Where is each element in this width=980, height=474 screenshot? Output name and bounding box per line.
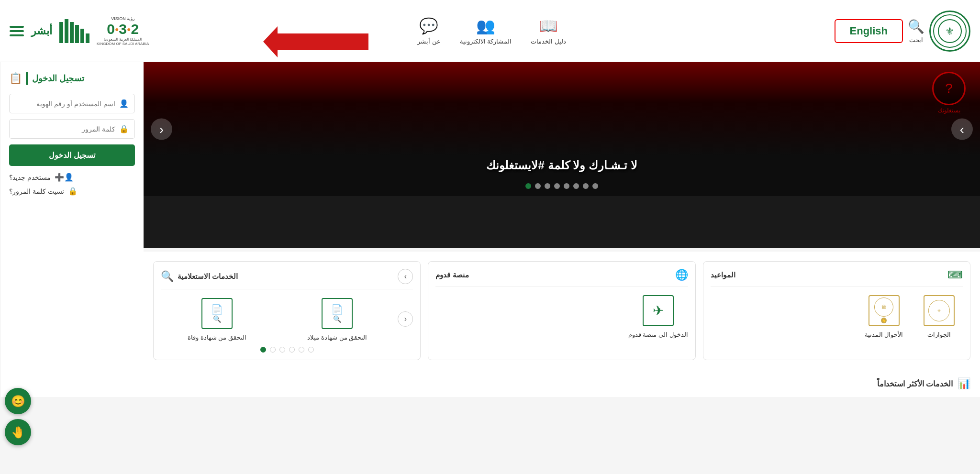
search-button[interactable]: 🔍 ابحث [908, 19, 924, 44]
most-used-label: الخدمات الأكثر استخداماً [877, 379, 953, 388]
login-button[interactable]: تسجيل الدخول [9, 144, 135, 166]
login-title: تسجيل الدخول 📋 [9, 72, 135, 85]
vision-2030-logo: رؤية VISION 2●3● 0 المملكة العربية السعو… [97, 16, 149, 46]
death-cert-logo: 📄 🔍 [200, 297, 234, 330]
inquiry-next-arrow[interactable]: › [398, 269, 413, 284]
hamburger-line-1 [10, 26, 24, 28]
inquiry-dot-5[interactable] [270, 347, 276, 353]
appointments-items: ⚜ الجوازات 🏛 👆 [711, 294, 963, 338]
arrival-platform-card: 🌐 منصة قدوم ✈ الدخول الى منصة قدوم [428, 261, 695, 360]
absher-bars-logo [59, 19, 89, 43]
inquiry-prev-arrow[interactable]: ‹ [398, 311, 413, 327]
slider-main-text: لا تـشـارك ولا كلمة #لايستغلونك [144, 159, 980, 172]
book-icon: 📖 [539, 17, 558, 35]
user-icon: 👤 [119, 99, 129, 108]
bar-2 [80, 29, 84, 43]
vision-text-top: رؤية VISION [111, 16, 134, 21]
main-slider: ? يستغلونك لا تـشـارك ولا كلمة #لايستغلو… [144, 62, 980, 248]
inquiry-header-right: الخدمات الاستعلامية 🔍 [161, 270, 238, 283]
death-cert-label: التحقق من شهادة وفاة [188, 334, 246, 341]
emblem-inner: ⚜ [933, 14, 967, 48]
forgot-password-link[interactable]: 🔒 نسيت كلمة المرور؟ [9, 187, 135, 196]
users-icon: 👥 [476, 17, 495, 35]
slider-overlay [144, 62, 980, 196]
arrival-entry-logo: ✈ [641, 294, 675, 327]
appointments-title: المواعيد [711, 271, 735, 279]
slider-dot-1[interactable] [592, 183, 598, 189]
jawazat-label: الجوازات [927, 331, 951, 338]
services-grid: ⌨ المواعيد ⚜ الجوازات [153, 261, 970, 360]
appointments-card: ⌨ المواعيد ⚜ الجوازات [703, 261, 970, 360]
civil-label: الأحوال المدنية [865, 331, 903, 338]
forgot-password-label: نسيت كلمة المرور؟ [9, 187, 64, 195]
bar-chart-icon: 📊 [958, 377, 970, 390]
absher-label: عن أبشر [417, 38, 441, 45]
slider-dot-5[interactable] [554, 183, 560, 189]
left-panel: ? يستغلونك لا تـشـارك ولا كلمة #لايستغلو… [144, 62, 980, 397]
chat-float-button[interactable]: 😊 [5, 388, 31, 397]
civil-item[interactable]: 🏛 👆 الأحوال المدنية [860, 294, 908, 338]
svg-marker-2 [263, 26, 368, 57]
green-accent-bar [26, 72, 28, 85]
arrow-annotation [263, 26, 368, 59]
arrival-platform-header: 🌐 منصة قدوم [435, 269, 688, 287]
slider-background: ? يستغلونك لا تـشـارك ولا كلمة #لايستغلو… [144, 62, 980, 196]
forgot-password-icon: 🔒 [68, 187, 78, 196]
inquiry-dot-1[interactable] [308, 347, 314, 353]
absher-text: أبشر [31, 25, 52, 37]
birth-cert-logo: 📄 🔍 [321, 297, 354, 330]
slider-dot-7[interactable] [535, 183, 541, 189]
jawazat-item[interactable]: ⚜ الجوازات [915, 294, 963, 338]
inquiry-dot-3[interactable] [289, 347, 295, 353]
new-user-link[interactable]: 👤➕ مستخدم جديد؟ [9, 173, 135, 182]
inquiry-items-row: ‹ 📄 🔍 التحقق من شهادة ميلاد [161, 297, 413, 341]
nav-item-service-guide[interactable]: 📖 دليل الخدمات [531, 17, 566, 45]
birth-cert-item[interactable]: 📄 🔍 التحقق من شهادة ميلاد [307, 297, 367, 341]
english-button[interactable]: English [850, 25, 888, 37]
inquiry-header-left: › [398, 269, 413, 284]
hamburger-line-2 [10, 30, 24, 32]
inquiry-dot-6[interactable] [260, 347, 266, 353]
inquiry-dot-2[interactable] [299, 347, 304, 353]
login-links: 👤➕ مستخدم جديد؟ 🔒 نسيت كلمة المرور؟ [9, 173, 135, 196]
english-button-wrapper[interactable]: English [835, 19, 903, 43]
slider-logo-overlay: ? يستغلونك [932, 72, 966, 114]
arrival-entry-label: الدخول الى منصة قدوم [628, 331, 688, 338]
death-cert-item[interactable]: 📄 🔍 التحقق من شهادة وفاة [188, 297, 246, 341]
slider-dot-6[interactable] [545, 183, 550, 189]
appointments-icon: ⌨ [947, 269, 963, 281]
inquiry-dot-4[interactable] [279, 347, 285, 353]
appointments-header: ⌨ المواعيد [711, 269, 963, 287]
new-user-label: مستخدم جديد؟ [9, 174, 51, 181]
chat-float-icon: 😊 [11, 395, 25, 397]
inquiry-service-items: 📄 🔍 التحقق من شهادة ميلاد 📄 [161, 297, 394, 341]
arrival-entry-item[interactable]: ✈ الدخول الى منصة قدوم [628, 294, 688, 338]
arrival-platform-title: منصة قدوم [435, 271, 468, 279]
search-icon: 🔍 [908, 19, 924, 34]
lock-icon: 🔒 [119, 124, 129, 133]
nav-item-e-participation[interactable]: 👥 المشاركة الالكترونية [460, 17, 512, 45]
slider-dot-2[interactable] [583, 183, 589, 189]
header: ⚜ 🔍 ابحث English 📖 دليل الخدمات 👥 [0, 0, 980, 62]
slider-prev-btn[interactable]: › [951, 119, 973, 140]
bottom-services-bar: 📊 الخدمات الأكثر استخداماً [144, 370, 980, 397]
e-participation-label: المشاركة الالكترونية [460, 38, 512, 45]
vision-sub: المملكة العربية السعوديةKINGDOM OF SAUDI… [97, 37, 149, 46]
header-nav: 📖 دليل الخدمات 👥 المشاركة الالكترونية 💬 … [417, 17, 566, 45]
birth-cert-label: التحقق من شهادة ميلاد [307, 334, 367, 341]
nav-item-absher[interactable]: 💬 عن أبشر [417, 17, 441, 45]
slider-dot-8[interactable] [525, 183, 531, 189]
slider-next-btn[interactable]: ‹ [151, 119, 172, 140]
bar-3 [75, 25, 79, 43]
arrow-svg [263, 26, 368, 57]
bar-1 [86, 33, 89, 43]
hamburger-menu[interactable] [10, 26, 24, 36]
services-section: ⌨ المواعيد ⚜ الجوازات [144, 252, 980, 370]
slider-dot-4[interactable] [564, 183, 569, 189]
password-input[interactable] [15, 125, 115, 133]
slider-dot-3[interactable] [573, 183, 579, 189]
username-input[interactable] [15, 100, 115, 108]
main-content: ? يستغلونك لا تـشـارك ولا كلمة #لايستغلو… [0, 62, 980, 397]
inquiry-title: الخدمات الاستعلامية [178, 272, 238, 281]
bar-6 [59, 22, 63, 43]
